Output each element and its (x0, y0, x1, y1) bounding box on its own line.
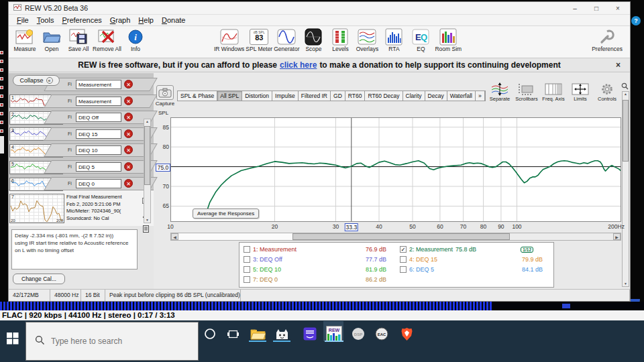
tab-decay[interactable]: Decay (425, 91, 447, 101)
scrollbar-thumb[interactable] (144, 126, 150, 185)
delete-measurement-icon[interactable]: ✕ (124, 129, 133, 138)
capture-button[interactable] (156, 85, 174, 100)
horizontal-scrollbar[interactable]: ◀ ▶ (170, 233, 621, 241)
change-cal-button[interactable]: Change Cal... (13, 274, 65, 284)
taskbar-amazon-music-icon[interactable] (302, 326, 318, 342)
tab-distortion[interactable]: Distortion (242, 91, 272, 101)
menu-file[interactable]: File (13, 16, 33, 24)
delete-measurement-icon[interactable]: ✕ (124, 179, 133, 188)
legend-entry[interactable]: 4: DEQ 1579.9 dB (400, 255, 549, 263)
measurement-name-field[interactable]: DEQ 10 (76, 145, 121, 155)
scrollbar-thumb[interactable] (623, 100, 629, 162)
taskbar-foobar2000-icon[interactable] (274, 326, 290, 342)
scrollbar-thumb[interactable] (292, 233, 510, 240)
measurement-name-field[interactable]: DEQ 0 (76, 179, 121, 188)
toolbar-spl-meter-button[interactable]: dB SPL83SPL Meter (245, 27, 273, 52)
delete-measurement-icon[interactable]: ✕ (124, 97, 133, 105)
tab-gd[interactable]: GD (331, 91, 345, 101)
toolbar-generator-button[interactable]: Generator (273, 27, 300, 52)
tab-rt60[interactable]: RT60 (345, 91, 366, 101)
graph-tool-controls[interactable]: Controls (595, 82, 619, 102)
graph-tool-limits[interactable]: Limits (568, 82, 592, 102)
legend-checkbox[interactable] (244, 246, 250, 253)
scroll-right-arrow-icon[interactable]: ▶ (613, 233, 621, 240)
delete-measurement-icon[interactable]: ✕ (124, 162, 133, 171)
taskbar-file-explorer-icon[interactable] (250, 326, 266, 342)
menu-preferences[interactable]: Preferences (58, 16, 105, 24)
spl-chart[interactable]: Average the Responses (170, 117, 621, 222)
average-responses-button[interactable]: Average the Responses (193, 208, 259, 219)
legend-entry[interactable]: 5: DEQ 1081.9 dB (244, 265, 393, 274)
measurement-name-field[interactable]: DEQ 15 (76, 129, 121, 139)
toolbar-rta-button[interactable]: RTA (380, 27, 407, 52)
spl-chart-canvas[interactable] (170, 117, 621, 222)
delete-measurement-icon[interactable]: ✕ (124, 80, 133, 88)
tab-all-spl[interactable]: All SPL (217, 91, 242, 101)
tab-rt60-decay[interactable]: RT60 Decay (365, 91, 402, 101)
toolbar-scope-button[interactable]: Scope (300, 27, 327, 52)
notes-icon[interactable] (142, 223, 150, 235)
toolbar-measure-button[interactable]: Measure (11, 27, 38, 52)
maximize-button[interactable]: □ (592, 5, 601, 12)
legend-entry[interactable]: 1: Measurement76.9 dB (244, 245, 393, 253)
toolbar-levels-button[interactable]: Levels (327, 27, 354, 52)
toolbar-ir-windows-button[interactable]: IR Windows (213, 27, 245, 52)
toolbar-preferences-button[interactable]: Preferences (591, 27, 623, 52)
taskbar-eac-icon[interactable]: EAC (374, 326, 390, 342)
scroll-left-arrow-icon[interactable]: ◀ (171, 233, 178, 240)
legend-checkbox[interactable] (244, 276, 250, 283)
tab-waterfall[interactable]: Waterfall (447, 91, 476, 101)
start-button[interactable] (7, 333, 19, 347)
measurement-name-field[interactable]: Measurement (76, 97, 121, 106)
tab-filtered-ir[interactable]: Filtered IR (299, 91, 331, 101)
measurement-name-field[interactable]: DEQ Off (76, 113, 121, 122)
task-view-icon[interactable] (225, 326, 241, 342)
legend-entry[interactable]: 6: DEQ 584.1 dB (400, 265, 549, 274)
close-button[interactable]: × (613, 5, 623, 12)
taskbar-rew-icon[interactable]: REW (326, 326, 342, 342)
taskbar-dsp-icon[interactable]: DSP (350, 326, 366, 342)
taskbar-search[interactable] (25, 322, 199, 361)
banner-close-icon[interactable]: × (616, 60, 621, 70)
graph-tool-scrollbars[interactable]: Scrollbars (515, 82, 539, 102)
menu-help[interactable]: Help (134, 16, 158, 24)
toolbar-info-button[interactable]: iInfo (122, 27, 149, 52)
legend-checkbox[interactable] (244, 266, 250, 273)
tab--[interactable]: » (476, 91, 485, 101)
menu-tools[interactable]: Tools (33, 16, 58, 24)
title-bar[interactable]: REW V5.20 Beta 36 – □ × (9, 2, 630, 15)
vertical-scrollbar[interactable]: ▲▼ (622, 91, 629, 287)
measurement-thumbnail[interactable]: 720200 (9, 194, 64, 223)
measurement-list-scrollbar[interactable]: ▲▼ (144, 119, 151, 223)
graph-tool-freq-axis[interactable]: Freq. Axis (541, 82, 566, 102)
taskbar-brave-icon[interactable] (398, 326, 415, 342)
minimize-button[interactable]: – (570, 5, 580, 12)
legend-checkbox[interactable]: ✓ (400, 246, 407, 253)
tab-clarity[interactable]: Clarity (403, 91, 425, 101)
donate-link[interactable]: click here (280, 60, 317, 70)
toolbar-room-sim-button[interactable]: Room Sim (434, 27, 462, 52)
menu-graph[interactable]: Graph (106, 16, 135, 24)
toolbar-open-button[interactable]: Open (38, 27, 65, 52)
toolbar-overlays-button[interactable]: Overlays (354, 27, 380, 52)
search-input[interactable] (51, 337, 172, 346)
graph-tool-separate[interactable]: Separate (488, 82, 512, 102)
legend-checkbox[interactable] (400, 266, 407, 273)
scrollbar-track[interactable] (178, 233, 292, 240)
legend-checkbox[interactable] (400, 256, 407, 263)
cortana-icon[interactable] (202, 326, 218, 342)
measurement-name-field[interactable]: DEQ 5 (76, 162, 121, 172)
legend-checkbox[interactable] (244, 256, 250, 263)
toolbar-remove-all-button[interactable]: Remove All (92, 27, 122, 52)
collapse-button[interactable]: Collapse « (13, 75, 60, 86)
toolbar-eq-button[interactable]: EQEQ (407, 27, 434, 52)
help-floating-icon[interactable]: ? (631, 16, 641, 25)
legend-entry[interactable]: ✓2: Measurement75.8 dB1/12 (400, 245, 549, 253)
measurement-name-field[interactable]: Measurement (76, 80, 121, 89)
tab-spl-phase[interactable]: SPL & Phase (178, 91, 217, 101)
menu-donate[interactable]: Donate (158, 16, 189, 24)
tab-impulse[interactable]: Impulse (272, 91, 299, 101)
toolbar-save-all-button[interactable]: Save All (65, 27, 92, 52)
legend-entry[interactable]: 7: DEQ 086.2 dB (244, 276, 393, 284)
legend-entry[interactable]: 3: DEQ Off77.7 dB (244, 255, 393, 263)
